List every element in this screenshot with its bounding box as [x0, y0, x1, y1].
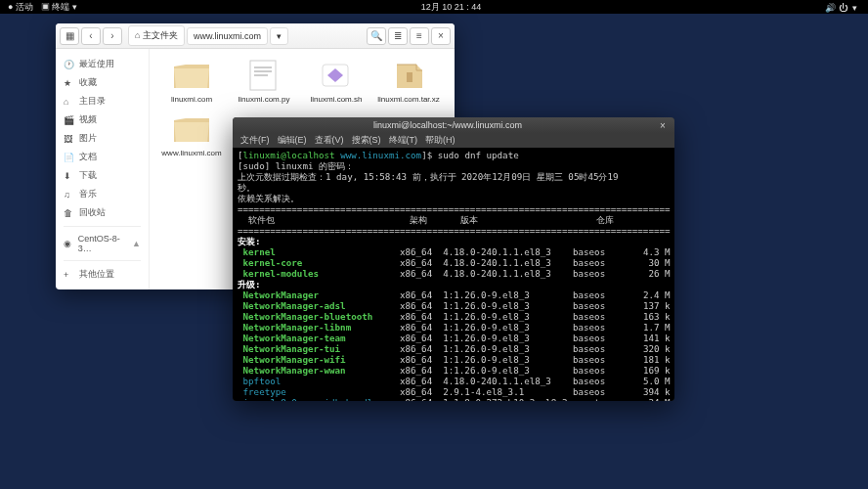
file-name: linuxmi.com.sh [311, 96, 363, 105]
volume-icon[interactable]: 🔊 [825, 3, 833, 11]
terminal-content[interactable]: [linuxmi@localhost www.linuxmi.com]$ sud… [233, 148, 674, 401]
sidebar-item[interactable]: ⬇下载 [56, 166, 149, 185]
terminal-menu-item[interactable]: 帮助(H) [425, 134, 456, 147]
sidebar-label: 主目录 [79, 95, 106, 108]
sidebar-item[interactable]: ⌂主目录 [56, 92, 149, 111]
app-icon [317, 59, 356, 92]
terminal-menu-item[interactable]: 编辑(E) [278, 134, 307, 147]
sidebar-item[interactable]: ♫音乐 [56, 185, 149, 203]
sidebar-icon: ⌂ [64, 97, 73, 107]
file-manager-sidebar: 🕐最近使用★收藏⌂主目录🎬视频🖼图片📄文档⬇下载♫音乐🗑回收站◉CentOS-8… [56, 49, 150, 289]
eject-icon[interactable]: ▲ [132, 239, 141, 248]
sidebar-label: 图片 [79, 132, 97, 145]
search-button[interactable]: 🔍 [367, 27, 386, 45]
doc-icon [244, 59, 283, 92]
terminal-menu-item[interactable]: 终端(T) [389, 134, 418, 147]
breadcrumb-folder[interactable]: www.linuxmi.com [187, 27, 268, 45]
sidebar-item[interactable]: ★收藏 [56, 73, 149, 92]
file-name: www.linuxmi.com [161, 150, 221, 158]
view-list-button[interactable]: ≣ [388, 27, 408, 45]
sidebar-item[interactable]: 📄文档 [56, 148, 149, 166]
sidebar-icon: 🗑 [64, 208, 73, 218]
terminal-titlebar: linuxmi@localhost:~/www.linuxmi.com × [233, 117, 674, 133]
sidebar-label: 音乐 [79, 188, 97, 200]
terminal-window: linuxmi@localhost:~/www.linuxmi.com × 文件… [233, 117, 674, 401]
file-name: linuxmi.com [171, 96, 212, 105]
sidebar-icon: 🕐 [64, 60, 73, 69]
system-menu-icon[interactable]: ▾ [852, 3, 860, 11]
sidebar-label: 最近使用 [79, 58, 114, 70]
activities-button[interactable]: ● 活动 [8, 1, 33, 14]
terminal-menu-item[interactable]: 文件(F) [240, 134, 270, 147]
breadcrumb-menu[interactable]: ▾ [270, 27, 288, 45]
sidebar-label: 视频 [79, 113, 97, 126]
sidebar-item[interactable]: 🎬视频 [56, 111, 149, 129]
sidebar-label: 下载 [79, 169, 97, 182]
file-item[interactable]: linuxmi.com.sh [304, 59, 369, 105]
path-bar: ⌂ 主文件夹 www.linuxmi.com ▾ [128, 25, 361, 46]
sidebar-item[interactable]: 🖼图片 [56, 129, 149, 148]
folder-icon [172, 59, 211, 92]
archive-icon [389, 59, 428, 92]
terminal-menu-item[interactable]: 查看(V) [315, 134, 344, 147]
sidebar-icon: ♫ [64, 190, 73, 200]
sidebar-icon: ⬇ [64, 171, 73, 181]
hamburger-button[interactable]: ≡ [410, 27, 429, 45]
sidebar-item[interactable]: 🗑回收站 [56, 203, 149, 222]
sidebar-icon: ★ [64, 78, 73, 88]
file-name: linuxmi.com.tar.xz [377, 96, 440, 105]
file-item[interactable]: linuxmi.com.tar.xz [376, 59, 441, 105]
plus-icon: + [64, 270, 73, 280]
sidebar-label: 回收站 [79, 206, 106, 219]
file-item[interactable]: linuxmi.com [159, 59, 224, 105]
power-icon[interactable]: ⏻ [839, 3, 846, 11]
sidebar-icon: 🎬 [64, 115, 73, 125]
forward-button[interactable]: › [103, 27, 122, 45]
breadcrumb-home[interactable]: ⌂ 主文件夹 [128, 25, 185, 46]
window-close-button[interactable]: × [431, 27, 451, 45]
sidebar-label: 其他位置 [79, 268, 114, 281]
new-tab-button[interactable]: ▦ [60, 27, 79, 45]
file-name: linuxmi.com.py [239, 96, 290, 105]
gnome-topbar: ● 活动 ▣ 终端 ▾ 12月 10 21 : 44 🔊 ⏻ ▾ [0, 0, 868, 14]
file-item[interactable]: www.linuxmi.com [159, 112, 224, 158]
terminal-menu-item[interactable]: 搜索(S) [352, 134, 381, 147]
app-menu[interactable]: ▣ 终端 ▾ [41, 1, 77, 14]
file-manager-toolbar: ▦ ‹ › ⌂ 主文件夹 www.linuxmi.com ▾ 🔍 ≣ ≡ × [56, 23, 455, 49]
back-button[interactable]: ‹ [81, 27, 101, 45]
file-item[interactable]: linuxmi.com.py [232, 59, 296, 105]
terminal-title: linuxmi@localhost:~/www.linuxmi.com [239, 120, 657, 130]
sidebar-label: 文档 [79, 151, 97, 163]
folder-icon [172, 112, 211, 146]
sidebar-label: 收藏 [79, 76, 97, 89]
terminal-close-button[interactable]: × [657, 119, 669, 131]
sidebar-other-locations[interactable]: +其他位置 [56, 265, 149, 284]
sidebar-label: CentOS-8-3… [78, 234, 126, 253]
sidebar-device[interactable]: ◉CentOS-8-3…▲ [56, 231, 149, 256]
sidebar-icon: 🖼 [64, 134, 73, 144]
terminal-menubar: 文件(F)编辑(E)查看(V)搜索(S)终端(T)帮助(H) [233, 133, 674, 148]
sidebar-icon: 📄 [64, 153, 73, 162]
sidebar-item[interactable]: 🕐最近使用 [56, 55, 149, 73]
disc-icon: ◉ [64, 239, 72, 248]
clock[interactable]: 12月 10 21 : 44 [77, 1, 825, 14]
